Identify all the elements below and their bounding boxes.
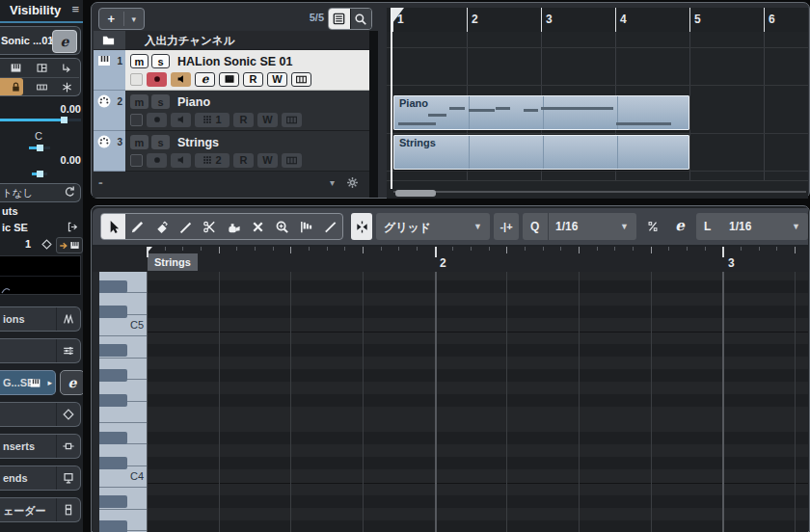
black-key[interactable] [99, 306, 127, 318]
tool-trim[interactable] [174, 214, 198, 239]
preset-name[interactable]: トなし [2, 187, 33, 200]
black-key[interactable] [99, 457, 127, 469]
inspector-section-expression-map[interactable]: ions [0, 306, 81, 332]
gear-icon[interactable] [345, 175, 360, 190]
record-enable-button[interactable] [147, 153, 167, 168]
track-body[interactable]: msPiano1RW [125, 91, 369, 131]
solo-button[interactable]: s [151, 94, 170, 109]
black-key[interactable] [99, 344, 127, 357]
add-track-dropdown-icon[interactable]: ▾ [124, 14, 144, 24]
inspector-section-instrument[interactable]: G...SE▸ [0, 370, 56, 395]
read-automation-button[interactable]: R [233, 113, 254, 127]
midi-clip-piano[interactable]: Piano [393, 95, 689, 130]
lock-icon[interactable] [10, 81, 22, 93]
output-routing-icon[interactable] [67, 221, 79, 233]
channel-strip-button[interactable] [291, 72, 311, 87]
midi-sends-icon[interactable] [56, 466, 80, 490]
track-enable-checkbox[interactable] [130, 154, 143, 167]
arrangement-area[interactable]: 123456PianoStrings [387, 8, 808, 199]
track-body[interactable]: msStrings2RW [125, 131, 369, 172]
inspector-section-midi-modifiers[interactable] [0, 338, 81, 363]
midi-fader-icon[interactable] [56, 498, 80, 521]
inspector-section-midi-fader[interactable]: ェーダー [0, 497, 81, 522]
inspector-section-midi-sends[interactable]: ends [0, 466, 81, 491]
edit-instrument-button[interactable]: e [60, 370, 83, 395]
add-track-button[interactable]: + ▾ [98, 8, 145, 30]
part-tab[interactable]: Strings [148, 253, 198, 271]
track-body[interactable]: 入出力チャンネル [125, 31, 369, 50]
delay-slider[interactable] [32, 171, 47, 177]
read-automation-button[interactable]: R [233, 153, 254, 168]
editor-ruler[interactable]: Strings 23 [147, 247, 808, 272]
track-icon-cell[interactable]: 3 [94, 131, 125, 172]
pan-slider[interactable] [29, 145, 50, 151]
channel-strip-button[interactable] [282, 153, 302, 168]
black-key[interactable] [99, 432, 127, 444]
track-search-button[interactable] [350, 9, 372, 29]
track-row-halion-sonic-se-01[interactable]: 1msHALion Sonic SE 01eRW [93, 50, 369, 91]
midi-channel-value[interactable]: 1 [25, 238, 31, 250]
tool-object-selection[interactable] [101, 214, 125, 239]
record-enable-button[interactable] [147, 72, 167, 87]
record-enable-button[interactable] [147, 113, 167, 127]
track-body[interactable]: msHALion Sonic SE 01eRW [125, 50, 369, 91]
track-row--[interactable]: 入出力チャンネル [93, 31, 369, 50]
channel-strip-button[interactable] [282, 113, 302, 127]
note-grid[interactable] [147, 272, 808, 532]
reload-preset-icon[interactable] [63, 185, 76, 199]
edit-instrument-button[interactable] [56, 237, 83, 253]
divider-handle[interactable]: - [98, 174, 103, 190]
black-key[interactable] [99, 520, 127, 532]
playhead-handle[interactable] [392, 8, 404, 23]
plus-icon[interactable]: + [99, 12, 124, 26]
track-filter-button[interactable] [329, 9, 350, 29]
monitor-button[interactable] [171, 72, 191, 87]
expression-map-icon[interactable] [56, 307, 80, 331]
black-key[interactable] [99, 369, 127, 382]
tool-glue[interactable] [222, 214, 246, 239]
mute-button[interactable]: m [130, 54, 148, 68]
footer-dropdown-icon[interactable]: ▾ [330, 177, 335, 188]
tool-erase[interactable] [149, 214, 174, 239]
track-enable-checkbox[interactable] [130, 73, 143, 86]
midi-channel-button[interactable]: 2 [195, 153, 230, 168]
midi-clip-strings[interactable]: Strings [393, 135, 689, 170]
mute-button[interactable]: m [130, 94, 148, 109]
piano-keyboard[interactable]: C5C4 [99, 272, 147, 532]
input-routing-label[interactable]: uts [2, 205, 18, 217]
quantize-dropdown[interactable]: Q 1/16 ▼ [523, 213, 636, 240]
preset-row[interactable]: トなし [0, 183, 81, 202]
h-scrollbar-track[interactable] [393, 191, 806, 193]
routing-icon[interactable] [61, 62, 73, 74]
iterative-quantize-button[interactable] [642, 215, 663, 238]
edit-channel-button[interactable]: e [52, 30, 77, 53]
track-row-strings[interactable]: 3msStrings2RW [93, 131, 369, 172]
playhead-line[interactable] [391, 8, 392, 189]
midi-inserts-icon[interactable] [56, 435, 80, 458]
visibility-tab-title[interactable]: Visibility [10, 3, 61, 17]
instrument-icon[interactable] [10, 62, 22, 74]
black-key[interactable] [99, 280, 127, 293]
write-automation-button[interactable]: W [257, 113, 278, 127]
track-icon-cell[interactable]: 1 [94, 50, 125, 91]
track-row-piano[interactable]: 2msPiano1RW [93, 91, 369, 131]
lanes-icon[interactable] [36, 81, 48, 93]
track-enable-checkbox[interactable] [130, 114, 143, 126]
grid-type-button[interactable]: -|+ [494, 213, 519, 240]
midi-modifiers-icon[interactable] [56, 339, 80, 362]
track-selector-row[interactable]: Sonic ...01 ▸ e [0, 26, 81, 55]
tool-mute[interactable] [246, 214, 270, 239]
hamburger-icon[interactable]: ≡ [71, 2, 79, 16]
read-automation-button[interactable]: R [243, 72, 263, 87]
snap-toggle-button[interactable] [351, 213, 372, 240]
tool-comp[interactable] [294, 214, 318, 239]
snap-type-dropdown[interactable]: グリッド ▼ [376, 213, 490, 240]
mute-button[interactable]: m [130, 135, 148, 149]
solo-button[interactable]: s [151, 135, 170, 149]
write-automation-button[interactable]: W [257, 153, 278, 168]
tool-draw[interactable] [125, 214, 149, 239]
quantize-panel-button[interactable]: e [669, 213, 690, 238]
diamond-icon[interactable] [40, 238, 53, 251]
inspector-section-quick-controls[interactable] [0, 402, 81, 427]
length-quantize-dropdown[interactable]: L 1/16 ▼ [696, 213, 808, 240]
